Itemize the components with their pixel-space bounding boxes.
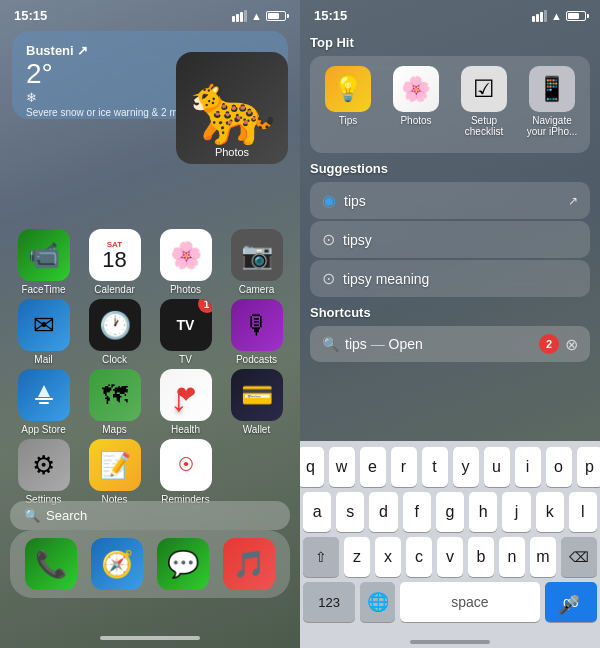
facetime-label: FaceTime — [21, 284, 65, 295]
app-tv[interactable]: TV 1 TV — [154, 299, 217, 365]
left-home-indicator — [100, 636, 200, 640]
key-v[interactable]: v — [437, 537, 463, 577]
keyboard: q w e r t y u i o p a s d f g h j k l ⇧ … — [300, 441, 600, 648]
key-b[interactable]: b — [468, 537, 494, 577]
top-hit-photos[interactable]: 🌸 Photos — [386, 66, 446, 137]
dock-phone[interactable]: 📞 — [25, 538, 77, 590]
photos-label: Photos — [170, 284, 201, 295]
suggestion-tips[interactable]: ◉ tips ↗ — [310, 182, 590, 219]
wallet-label: Wallet — [243, 424, 270, 435]
left-home-screen: 15:15 ▲ Busteni ↗ 2° ❄ Severe snow or ic… — [0, 0, 300, 648]
app-health[interactable]: ❤ Health — [154, 369, 217, 435]
key-p[interactable]: p — [577, 447, 601, 487]
key-d[interactable]: d — [369, 492, 397, 532]
dock: 📞 🧭 💬 🎵 — [10, 530, 290, 598]
key-o[interactable]: o — [546, 447, 572, 487]
app-mail[interactable]: ✉ Mail — [12, 299, 75, 365]
app-wallet[interactable]: 💳 Wallet — [225, 369, 288, 435]
key-w[interactable]: w — [329, 447, 355, 487]
dock-safari[interactable]: 🧭 — [91, 538, 143, 590]
key-g[interactable]: g — [436, 492, 464, 532]
app-facetime[interactable]: 📹 FaceTime — [12, 229, 75, 295]
shortcut-bar[interactable]: 🔍 tips — Open 2 ⊗ — [310, 326, 590, 362]
right-home-indicator — [410, 640, 490, 644]
app-placeholder — [225, 439, 288, 505]
signal-icon — [232, 10, 247, 22]
top-hit-label: Top Hit — [310, 35, 590, 50]
shortcut-clear-icon[interactable]: ⊗ — [565, 335, 578, 354]
key-shift[interactable]: ⇧ — [303, 537, 339, 577]
key-m[interactable]: m — [530, 537, 556, 577]
app-podcasts[interactable]: 🎙 Podcasts — [225, 299, 288, 365]
shortcut-status-text: Open — [389, 336, 423, 352]
dock-messages[interactable]: 💬 — [157, 538, 209, 590]
clock-icon: 🕐 — [89, 299, 141, 351]
appstore-label: App Store — [21, 424, 65, 435]
photos-large-widget[interactable]: 🐆 Photos — [176, 52, 288, 164]
key-z[interactable]: z — [344, 537, 370, 577]
microphone-icon[interactable]: 🎤 — [558, 594, 580, 616]
key-e[interactable]: e — [360, 447, 386, 487]
left-status-icons: ▲ — [232, 10, 286, 22]
navigate-label: Navigate your iPho... — [522, 115, 582, 137]
left-time: 15:15 — [14, 8, 47, 23]
clock-label: Clock — [102, 354, 127, 365]
key-space[interactable]: space — [400, 582, 540, 622]
key-l[interactable]: l — [569, 492, 597, 532]
photos-small-label: Photos — [400, 115, 431, 126]
suggestion-tips-left: ◉ tips — [322, 191, 366, 210]
app-notes[interactable]: 📝 Notes — [83, 439, 146, 505]
key-u[interactable]: u — [484, 447, 510, 487]
key-x[interactable]: x — [375, 537, 401, 577]
search-pill[interactable]: 🔍 Search — [10, 501, 290, 530]
key-123[interactable]: 123 — [303, 582, 355, 622]
keyboard-bottom: 🎤 — [303, 628, 597, 648]
app-appstore[interactable]: App Store — [12, 369, 75, 435]
health-icon: ❤ — [160, 369, 212, 421]
app-settings[interactable]: ⚙ Settings — [12, 439, 75, 505]
key-q[interactable]: q — [300, 447, 324, 487]
app-grid-row3: App Store 🗺 Maps ❤ Health 💳 Wallet — [0, 369, 300, 435]
key-j[interactable]: j — [502, 492, 530, 532]
settings-icon: ⚙ — [18, 439, 70, 491]
key-f[interactable]: f — [403, 492, 431, 532]
app-camera[interactable]: 📷 Camera — [225, 229, 288, 295]
key-emoji[interactable]: 🌐 — [360, 582, 395, 622]
app-maps[interactable]: 🗺 Maps — [83, 369, 146, 435]
top-hit-tips[interactable]: 💡 Tips — [318, 66, 378, 137]
right-signal-icon — [532, 10, 547, 22]
suggestion-tipsy-meaning-left: ⊙ tipsy meaning — [322, 269, 429, 288]
right-status-bar: 15:15 ▲ — [300, 0, 600, 27]
key-k[interactable]: k — [536, 492, 564, 532]
key-h[interactable]: h — [469, 492, 497, 532]
key-n[interactable]: n — [499, 537, 525, 577]
top-hit-navigate[interactable]: 📱 Navigate your iPho... — [522, 66, 582, 137]
key-delete[interactable]: ⌫ — [561, 537, 597, 577]
key-i[interactable]: i — [515, 447, 541, 487]
camera-icon: 📷 — [231, 229, 283, 281]
app-clock[interactable]: 🕐 Clock — [83, 299, 146, 365]
key-a[interactable]: a — [303, 492, 331, 532]
tips-arrow-icon: ↗ — [568, 194, 578, 208]
tips-icon: 💡 — [325, 66, 371, 112]
key-s[interactable]: s — [336, 492, 364, 532]
app-calendar[interactable]: SAT 18 Calendar — [83, 229, 146, 295]
search-bar[interactable]: 🔍 Search — [10, 501, 290, 530]
shortcut-tips-text: tips — [345, 336, 367, 352]
safari-icon: 🧭 — [91, 538, 143, 590]
app-reminders[interactable]: ⦿ Reminders — [154, 439, 217, 505]
top-hit-setup[interactable]: ☑ Setup checklist — [454, 66, 514, 137]
shortcut-query: tips — Open — [345, 336, 533, 352]
app-photos[interactable]: 🌸 Photos — [154, 229, 217, 295]
key-y[interactable]: y — [453, 447, 479, 487]
dock-music[interactable]: 🎵 — [223, 538, 275, 590]
suggestions-label: Suggestions — [310, 161, 590, 176]
navigate-icon: 📱 — [529, 66, 575, 112]
suggestion-tipsy-meaning[interactable]: ⊙ tipsy meaning — [310, 260, 590, 297]
setup-label: Setup checklist — [454, 115, 514, 137]
key-c[interactable]: c — [406, 537, 432, 577]
shortcuts-label: Shortcuts — [310, 305, 590, 320]
suggestion-tipsy[interactable]: ⊙ tipsy — [310, 221, 590, 258]
key-t[interactable]: t — [422, 447, 448, 487]
key-r[interactable]: r — [391, 447, 417, 487]
